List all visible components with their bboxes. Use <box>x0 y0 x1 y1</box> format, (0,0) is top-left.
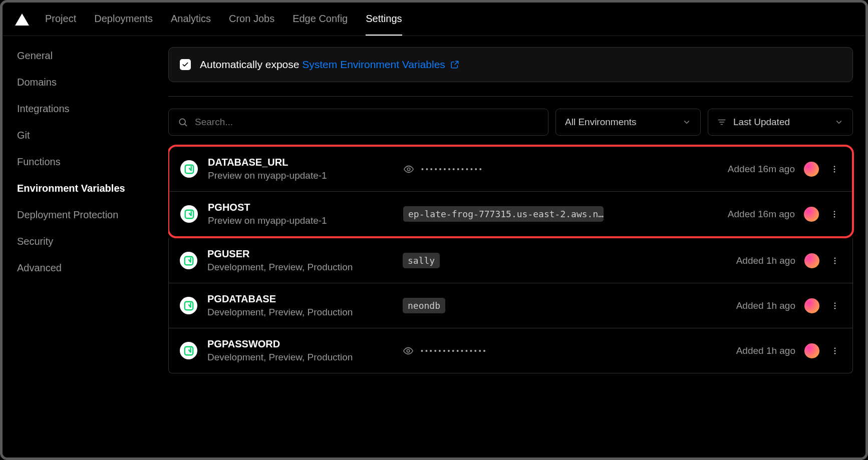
nav-project[interactable]: Project <box>45 3 76 36</box>
nav-cron-jobs[interactable]: Cron Jobs <box>229 3 274 36</box>
env-var-value-col: ••••••••••••••• <box>403 345 726 356</box>
env-var-row[interactable]: PGHOSTPreview on myapp-update-1ep-late-f… <box>169 192 852 236</box>
more-actions-icon[interactable] <box>828 210 841 219</box>
settings-sidebar: GeneralDomainsIntegrationsGitFunctionsEn… <box>3 36 168 457</box>
svg-point-11 <box>834 257 836 259</box>
svg-point-12 <box>834 260 836 261</box>
nav-edge-config[interactable]: Edge Config <box>293 3 348 36</box>
svg-point-0 <box>179 119 185 125</box>
env-var-value-col: neondb <box>403 298 726 313</box>
more-actions-icon[interactable] <box>828 256 841 265</box>
svg-point-22 <box>834 352 836 354</box>
added-time: Added 1h ago <box>736 300 795 311</box>
top-nav: ProjectDeploymentsAnalyticsCron JobsEdge… <box>3 3 865 36</box>
auto-expose-banner: Automatically expose System Environment … <box>168 47 853 82</box>
env-var-value: sally <box>403 253 440 268</box>
added-time: Added 1h ago <box>736 345 795 356</box>
env-var-name-col: PGHOSTPreview on myapp-update-1 <box>208 202 393 226</box>
sidebar-item-domains[interactable]: Domains <box>17 77 168 88</box>
svg-point-4 <box>834 168 835 170</box>
reveal-value-icon[interactable] <box>403 345 414 356</box>
user-avatar[interactable] <box>804 207 819 222</box>
env-var-row[interactable]: DATABASE_URLPreview on myapp-update-1•••… <box>169 147 852 192</box>
masked-value: •••••••••••••• <box>421 165 484 173</box>
env-var-name: PGDATABASE <box>207 293 393 305</box>
filter-controls: All Environments Last Updated <box>168 109 853 136</box>
svg-point-15 <box>834 302 836 304</box>
sidebar-item-functions[interactable]: Functions <box>17 156 168 168</box>
system-env-vars-link[interactable]: System Environment Variables <box>302 59 445 70</box>
svg-point-21 <box>834 350 836 351</box>
user-avatar[interactable] <box>804 343 819 358</box>
env-var-row[interactable]: PGDATABASEDevelopment, Preview, Producti… <box>169 283 852 328</box>
sidebar-item-security[interactable]: Security <box>17 236 168 247</box>
added-time: Added 16m ago <box>728 164 795 175</box>
search-input[interactable] <box>195 117 539 128</box>
neon-provider-icon <box>180 342 197 359</box>
environment-filter-dropdown[interactable]: All Environments <box>555 109 701 136</box>
env-var-name-col: PGDATABASEDevelopment, Preview, Producti… <box>207 293 393 318</box>
highlighted-env-vars: DATABASE_URLPreview on myapp-update-1•••… <box>168 145 854 238</box>
sidebar-item-general[interactable]: General <box>17 50 168 62</box>
sidebar-item-environment-variables[interactable]: Environment Variables <box>17 183 168 194</box>
sort-label: Last Updated <box>733 117 790 128</box>
env-var-meta: Added 1h ago <box>736 253 841 268</box>
masked-value: ••••••••••••••• <box>421 347 488 355</box>
env-var-row[interactable]: PGPASSWORDDevelopment, Preview, Producti… <box>169 328 852 373</box>
env-vars: PGUSERDevelopment, Preview, Productionsa… <box>168 238 853 373</box>
env-var-scope: Development, Preview, Production <box>207 307 393 318</box>
more-actions-icon[interactable] <box>828 346 841 355</box>
nav-analytics[interactable]: Analytics <box>171 3 211 36</box>
nav-settings[interactable]: Settings <box>366 3 402 36</box>
env-var-name-col: DATABASE_URLPreview on myapp-update-1 <box>208 157 393 181</box>
env-var-row[interactable]: PGUSERDevelopment, Preview, Productionsa… <box>169 238 852 283</box>
svg-point-7 <box>834 211 835 212</box>
environment-filter-label: All Environments <box>565 117 637 128</box>
sidebar-item-integrations[interactable]: Integrations <box>17 103 168 115</box>
env-var-name-col: PGPASSWORDDevelopment, Preview, Producti… <box>207 338 393 363</box>
sidebar-item-advanced[interactable]: Advanced <box>17 262 168 274</box>
sort-dropdown[interactable]: Last Updated <box>708 109 853 136</box>
svg-point-19 <box>407 349 410 352</box>
env-var-value-col: sally <box>403 253 726 268</box>
vercel-logo[interactable] <box>15 14 29 26</box>
env-var-scope: Preview on myapp-update-1 <box>208 215 393 226</box>
user-avatar[interactable] <box>804 162 819 177</box>
added-time: Added 16m ago <box>728 209 795 220</box>
svg-point-3 <box>834 166 835 167</box>
main-content: Automatically expose System Environment … <box>168 36 865 457</box>
neon-provider-icon <box>180 205 198 223</box>
search-box[interactable] <box>168 109 548 136</box>
neon-provider-icon <box>180 297 197 314</box>
user-avatar[interactable] <box>804 298 819 313</box>
sidebar-item-deployment-protection[interactable]: Deployment Protection <box>17 209 168 221</box>
env-var-scope: Development, Preview, Production <box>207 352 393 363</box>
env-var-list: DATABASE_URLPreview on myapp-update-1•••… <box>168 145 853 373</box>
search-icon <box>178 117 188 127</box>
sort-icon <box>717 118 726 127</box>
sidebar-item-git[interactable]: Git <box>17 130 168 141</box>
user-avatar[interactable] <box>804 253 819 268</box>
svg-point-5 <box>834 171 835 172</box>
chevron-down-icon <box>834 118 843 127</box>
reveal-value-icon[interactable] <box>403 164 414 175</box>
env-var-value: ep-late-frog-777315.us-east-2.aws.n… <box>403 206 604 222</box>
external-link-icon <box>450 59 459 70</box>
svg-point-16 <box>834 305 836 306</box>
env-var-value-col: ep-late-frog-777315.us-east-2.aws.n… <box>403 206 718 222</box>
auto-expose-checkbox[interactable] <box>180 59 191 70</box>
env-var-value: neondb <box>403 298 445 313</box>
nav-deployments[interactable]: Deployments <box>94 3 153 36</box>
env-var-name: PGPASSWORD <box>207 338 393 350</box>
env-var-meta: Added 16m ago <box>728 162 841 177</box>
svg-point-20 <box>834 347 836 349</box>
more-actions-icon[interactable] <box>828 165 841 174</box>
env-var-meta: Added 1h ago <box>736 298 841 313</box>
more-actions-icon[interactable] <box>828 301 841 310</box>
divider <box>168 96 853 97</box>
env-var-value-col: •••••••••••••• <box>403 164 718 175</box>
env-var-meta: Added 1h ago <box>736 343 841 358</box>
svg-point-8 <box>834 213 835 215</box>
banner-text-before: Automatically expose <box>200 59 302 70</box>
env-var-name-col: PGUSERDevelopment, Preview, Production <box>207 248 393 273</box>
